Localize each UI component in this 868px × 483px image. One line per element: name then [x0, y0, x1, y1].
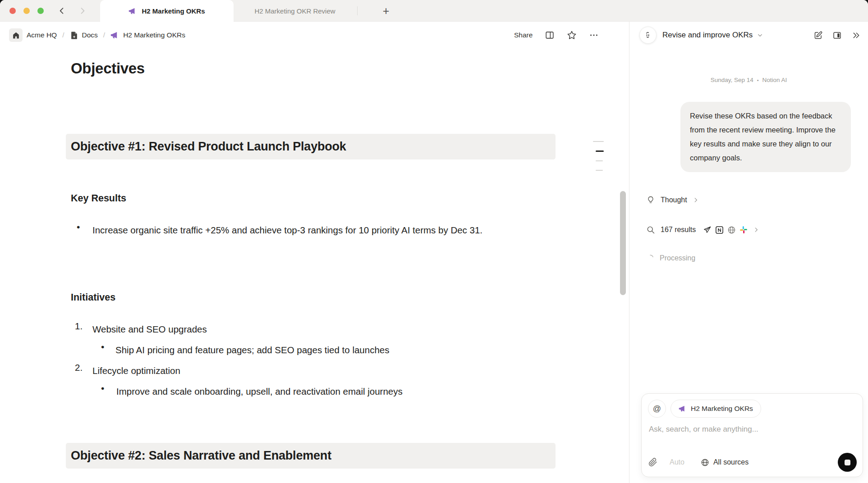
- breadcrumb: Acme HQ / Docs / H2 Marketing OKRs: [9, 28, 185, 42]
- thought-label: Thought: [661, 196, 687, 204]
- new-tab-button[interactable]: +: [379, 4, 393, 18]
- page-outline-indicator[interactable]: [593, 141, 605, 179]
- close-window-button[interactable]: [9, 8, 16, 14]
- chat-date: Sunday, Sep 14: [711, 77, 753, 83]
- chevron-right-icon: [78, 6, 87, 15]
- notion-logo-icon: [715, 226, 724, 234]
- breadcrumb-item-docs[interactable]: Docs: [70, 31, 98, 40]
- spinner-icon: [646, 254, 654, 262]
- tab-h2-marketing-okr-review[interactable]: H2 Marketing OKR Review: [234, 0, 356, 22]
- outline-line-active: [596, 150, 604, 152]
- side-peek-button[interactable]: [545, 30, 555, 40]
- history-back-button[interactable]: [56, 5, 68, 17]
- new-chat-button[interactable]: [813, 31, 823, 40]
- vertical-scrollbar-thumb[interactable]: [620, 191, 626, 295]
- lightbulb-icon: [646, 196, 655, 205]
- side-peek-icon: [545, 30, 555, 40]
- bullet-marker: •: [101, 383, 104, 394]
- send-plane-icon: [703, 226, 712, 234]
- outline-line: [596, 170, 603, 171]
- chevron-left-icon: [57, 6, 66, 15]
- tab-label: H2 Marketing OKRs: [142, 7, 205, 15]
- context-chip-label: H2 Marketing OKRs: [691, 405, 753, 413]
- heading-objective-1[interactable]: Objective #1: Revised Product Launch Pla…: [66, 134, 556, 159]
- favorite-button[interactable]: [567, 30, 577, 40]
- outline-line: [593, 141, 604, 142]
- numbered-item-2[interactable]: Lifecycle optimization: [92, 362, 543, 379]
- processing-status-row: Processing: [646, 254, 695, 262]
- processing-label: Processing: [660, 254, 695, 262]
- thread-dropdown-button[interactable]: [757, 32, 763, 39]
- web-globe-icon: [727, 226, 736, 234]
- chevron-right-icon: [753, 227, 759, 233]
- bullet-item-key-result[interactable]: Increase organic site traffic +25% and a…: [92, 222, 534, 238]
- window-controls: [9, 8, 44, 14]
- heading-objective-2[interactable]: Objective #2: Sales Narrative and Enable…: [66, 443, 556, 469]
- notion-app-window: H2 Marketing OKRs H2 Marketing OKR Revie…: [0, 0, 868, 483]
- more-options-button[interactable]: [589, 30, 599, 40]
- breadcrumb-home-button[interactable]: [9, 28, 23, 42]
- minimize-window-button[interactable]: [23, 8, 30, 14]
- home-icon: [12, 32, 20, 39]
- megaphone-icon: [110, 31, 119, 40]
- paperclip-icon: [648, 458, 657, 467]
- chevron-down-icon: [757, 32, 763, 39]
- page-title: Objectives: [71, 60, 145, 77]
- share-button[interactable]: Share: [514, 31, 533, 39]
- list-number: 1.: [75, 321, 83, 332]
- tab-separator: [357, 6, 358, 15]
- mention-button[interactable]: @: [648, 400, 666, 418]
- breadcrumb-separator: /: [103, 31, 105, 39]
- tab-h2-marketing-okrs[interactable]: H2 Marketing OKRs: [100, 0, 234, 22]
- close-panel-button[interactable]: [851, 31, 861, 40]
- notion-ai-face-icon: [639, 27, 657, 44]
- sidebar-right-icon: [832, 31, 842, 40]
- breadcrumb-label: Docs: [82, 31, 98, 39]
- megaphone-icon: [679, 405, 687, 413]
- star-icon: [567, 30, 577, 40]
- megaphone-icon: [129, 7, 137, 15]
- breadcrumb-label: H2 Marketing OKRs: [123, 31, 185, 39]
- tab-label: H2 Marketing OKR Review: [254, 7, 335, 15]
- context-chip-h2-marketing-okrs[interactable]: H2 Marketing OKRs: [671, 400, 761, 418]
- ai-thread-title[interactable]: Revise and improve OKRs: [662, 31, 753, 40]
- double-chevron-right-icon: [851, 31, 861, 40]
- list-number: 2.: [75, 362, 83, 373]
- numbered-item-1[interactable]: Website and SEO upgrades: [92, 321, 543, 337]
- history-forward-button[interactable]: [77, 5, 88, 17]
- zoom-window-button[interactable]: [37, 8, 44, 14]
- compose-icon: [813, 31, 823, 40]
- breadcrumb-item-acme-hq[interactable]: Acme HQ: [27, 31, 57, 39]
- toggle-panel-layout-button[interactable]: [832, 31, 842, 40]
- bullet-marker: •: [101, 342, 104, 352]
- document-icon: [70, 31, 78, 40]
- date-separator: •: [757, 77, 759, 83]
- attach-file-button[interactable]: [648, 458, 657, 467]
- composer-toolbar: Auto All sources: [648, 453, 857, 472]
- ai-composer[interactable]: @ H2 Marketing OKRs Auto: [641, 393, 863, 477]
- outline-line: [596, 160, 603, 161]
- breadcrumb-separator: /: [62, 31, 64, 39]
- ai-prompt-input[interactable]: [648, 424, 848, 434]
- stop-icon: [845, 460, 850, 465]
- globe-icon: [701, 458, 709, 467]
- thought-row[interactable]: Thought: [646, 196, 699, 205]
- stop-generation-button[interactable]: [838, 453, 857, 472]
- search-icon: [646, 225, 655, 234]
- bullet-marker: •: [77, 222, 80, 232]
- heading-initiatives[interactable]: Initiatives: [71, 292, 115, 303]
- search-results-row[interactable]: 167 results: [646, 225, 759, 234]
- heading-text: Objective #2: Sales Narrative and Enable…: [71, 449, 331, 463]
- all-sources-button[interactable]: All sources: [701, 458, 749, 467]
- notion-ai-panel: Revise and improve OKRs Sunday, Sep 14 •: [629, 22, 868, 483]
- user-message-bubble: Revise these OKRs based on the feedback …: [680, 102, 851, 172]
- breadcrumb-label: Acme HQ: [27, 31, 57, 39]
- sub-bullet-item-2[interactable]: Improve and scale onboarding, upsell, an…: [116, 383, 567, 400]
- mode-selector[interactable]: Auto: [670, 458, 684, 466]
- doc-canvas[interactable]: Objectives Objective #1: Revised Product…: [0, 49, 629, 483]
- sub-bullet-item-1[interactable]: Ship AI pricing and feature pages; add S…: [115, 342, 566, 358]
- source-icons: [703, 226, 748, 234]
- results-count-label: 167 results: [661, 226, 696, 234]
- heading-key-results[interactable]: Key Results: [71, 193, 126, 204]
- breadcrumb-item-current-page[interactable]: H2 Marketing OKRs: [110, 31, 185, 40]
